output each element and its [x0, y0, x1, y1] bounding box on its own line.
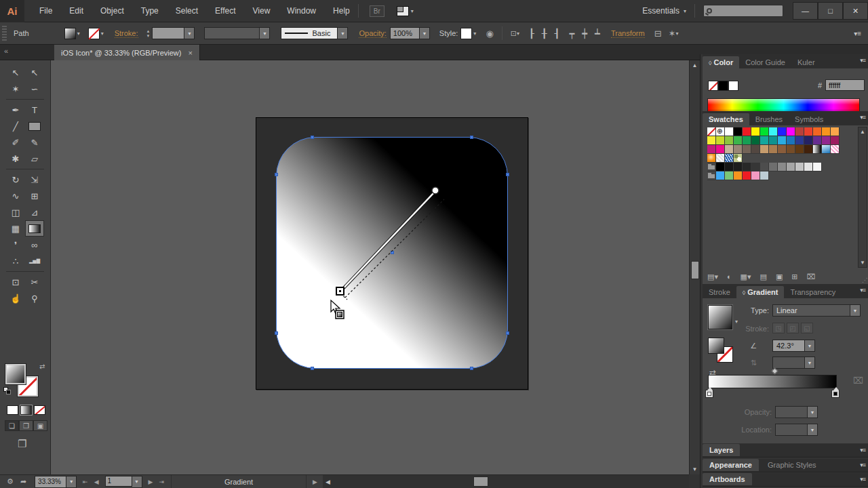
chevron-down-icon[interactable]: ▼	[338, 27, 348, 39]
swatch-b5413c[interactable]	[795, 127, 804, 136]
swatch-3cb54b[interactable]	[734, 136, 743, 145]
scroll-up-icon[interactable]: ▲	[690, 62, 700, 68]
gradient-angle-dropdown[interactable]: 42.3° ▼	[772, 340, 815, 352]
swatch-282828[interactable]	[743, 163, 751, 171]
fill-swatch[interactable]	[64, 28, 76, 39]
maximize-button[interactable]: □	[818, 2, 843, 20]
column-graph-tool[interactable]: ▂▅▇	[25, 253, 44, 269]
new-swatch-icon[interactable]: ⊞	[791, 272, 797, 281]
swatch-f7941e[interactable]	[734, 171, 743, 180]
blob-brush-tool[interactable]: ✱	[6, 150, 25, 167]
swatch-8a8a8a[interactable]	[778, 163, 787, 171]
align-middle-icon[interactable]: ┿	[582, 28, 587, 39]
align-right-icon[interactable]: ┨	[555, 28, 560, 39]
swatch-000000[interactable]	[734, 127, 743, 136]
swatch-662c90[interactable]	[813, 136, 822, 145]
selection-anchor[interactable]	[470, 136, 473, 139]
swatch-006838[interactable]	[751, 136, 760, 145]
shape-builder-tool[interactable]: ◫	[6, 204, 25, 220]
swatch-00e12f[interactable]	[760, 127, 769, 136]
swatch-f7f7f7[interactable]	[813, 163, 822, 171]
gradient-slider-bar[interactable]	[708, 375, 837, 388]
opacity-dropdown[interactable]: 100% ▼	[390, 27, 430, 39]
free-transform-tool[interactable]: ⊞	[25, 188, 44, 204]
chevron-down-icon[interactable]: ▼	[66, 476, 77, 488]
prev-artboard-icon[interactable]: ◀	[94, 479, 99, 485]
swatch-pat-blue[interactable]	[725, 154, 734, 163]
stroke-weight-value[interactable]	[152, 27, 184, 39]
selection-tool[interactable]: ↖	[6, 64, 25, 81]
menu-effect[interactable]: Effect	[215, 6, 235, 16]
transform-options-icon[interactable]: ⊡	[511, 29, 517, 38]
chevron-down-icon[interactable]: ▼	[132, 476, 142, 488]
status-options-icon[interactable]: ▶	[313, 479, 317, 485]
swatch-9d1d60[interactable]	[831, 136, 840, 145]
selection-anchor[interactable]	[275, 173, 278, 176]
swatch-534741[interactable]	[751, 145, 760, 154]
gradient-type-dropdown[interactable]: Linear ▼	[772, 304, 861, 317]
swatch-42210b[interactable]	[804, 145, 813, 154]
gradient-panel-menu-icon[interactable]: ▾≡	[860, 287, 865, 293]
tab-color-guide[interactable]: Color Guide	[739, 56, 791, 68]
chevron-down-icon[interactable]: ▼	[805, 340, 815, 352]
share-icon[interactable]: ➦	[20, 477, 26, 486]
align-left-icon[interactable]: ┠	[529, 28, 534, 39]
swatch-ed0c8c[interactable]	[716, 145, 725, 154]
chevron-down-icon[interactable]: ▼	[850, 304, 861, 317]
isolate-selected-icon[interactable]: ⊟	[654, 28, 662, 39]
swatch-000000[interactable]	[716, 163, 725, 171]
draw-behind-button[interactable]: ❐	[19, 420, 33, 431]
gradient-stop-black[interactable]	[831, 390, 840, 398]
selection-anchor[interactable]	[506, 173, 509, 176]
align-bottom-icon[interactable]: ┷	[595, 28, 600, 39]
graphic-style-control[interactable]: ▾	[460, 28, 476, 39]
swatch-c3c3c3[interactable]	[795, 163, 804, 171]
chevron-down-icon[interactable]: ▼	[184, 27, 195, 39]
swatch-fff200[interactable]	[751, 127, 760, 136]
menu-view[interactable]: View	[253, 6, 271, 16]
control-panel-menu-icon[interactable]: ▾≡	[854, 30, 861, 37]
type-tool[interactable]: T	[25, 102, 44, 118]
swatch-f7ec33[interactable]	[707, 136, 716, 145]
stroke-gradient-within-icon[interactable]: ◳	[772, 323, 785, 333]
resize-grip[interactable]: ⋰	[862, 277, 867, 283]
swatch-bdccd4[interactable]	[760, 171, 769, 180]
layers-panel-menu-icon[interactable]: ▾≡	[860, 447, 865, 453]
swatch-grad-bw[interactable]	[813, 145, 822, 154]
width-profile-dropdown[interactable]: ▼	[204, 27, 270, 39]
swatch-none[interactable]	[707, 127, 716, 136]
swatch-6e6e6e[interactable]	[769, 163, 778, 171]
menu-help[interactable]: Help	[333, 6, 350, 16]
stroke-swatch[interactable]	[88, 28, 100, 39]
width-tool[interactable]: ∿	[6, 188, 25, 204]
zoom-level-value[interactable]: 33.33%	[35, 476, 66, 488]
next-artboard-icon[interactable]: ▶	[149, 479, 153, 485]
sync-settings-icon[interactable]: ⚙	[7, 477, 14, 486]
zoom-tool[interactable]: ⚲	[25, 290, 44, 306]
swatch-1b75bb[interactable]	[787, 136, 795, 145]
search-box[interactable]	[703, 5, 783, 17]
swatch-folder[interactable]	[707, 171, 716, 180]
tab-layers[interactable]: Layers	[703, 444, 740, 456]
screen-mode-button[interactable]: ❐	[18, 438, 26, 450]
rectangle-tool[interactable]	[25, 118, 44, 134]
brush-definition-dropdown[interactable]: Basic ▼	[281, 27, 348, 39]
new-color-group-icon[interactable]: ▣	[776, 272, 783, 281]
swatch-252263[interactable]	[804, 136, 813, 145]
perspective-grid-tool[interactable]: ⊿	[25, 204, 44, 220]
tab-symbols[interactable]: Symbols	[789, 113, 829, 125]
scroll-down-icon[interactable]: ▼	[859, 260, 867, 266]
gradient-fill-box[interactable]	[708, 338, 724, 354]
pencil-tool[interactable]: ✎	[25, 134, 44, 150]
tab-kuler[interactable]: Kuler	[791, 56, 821, 68]
transform-link[interactable]: Transform	[611, 29, 645, 38]
lasso-tool[interactable]: ∽	[25, 81, 44, 97]
draw-normal-button[interactable]: ❏	[5, 420, 19, 431]
stroke-gradient-across-icon[interactable]: ◱	[801, 323, 813, 333]
swatch-998675[interactable]	[734, 145, 743, 154]
rotate-tool[interactable]: ↻	[6, 171, 25, 188]
tab-color[interactable]: ◊Color	[703, 56, 739, 68]
swatch-2b3991[interactable]	[795, 136, 804, 145]
swatch-kinds-icon[interactable]: ◐	[727, 272, 732, 281]
default-fill-stroke-icon[interactable]	[3, 387, 12, 395]
